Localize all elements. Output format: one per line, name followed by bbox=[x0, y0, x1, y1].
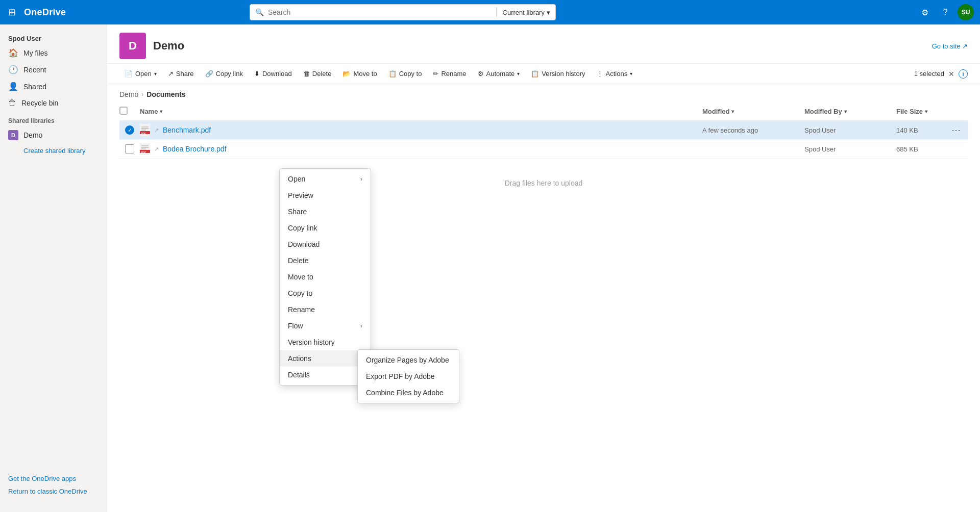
breadcrumb-parent[interactable]: Demo bbox=[119, 90, 138, 98]
selected-count: 1 selected bbox=[914, 70, 944, 78]
rename-button[interactable]: ✏ Rename bbox=[428, 67, 471, 81]
copy-to-button[interactable]: 📋 Copy to bbox=[383, 67, 427, 81]
automate-button[interactable]: ⚙ Automate ▾ bbox=[473, 67, 525, 81]
svg-text:PDF: PDF bbox=[141, 151, 146, 154]
breadcrumb: Demo › Documents bbox=[107, 84, 980, 103]
context-menu-item-version-history[interactable]: Version history bbox=[280, 334, 371, 350]
return-to-classic-link[interactable]: Return to classic OneDrive bbox=[0, 485, 107, 498]
version-history-label: Version history bbox=[542, 70, 585, 78]
context-menu-item-share[interactable]: Share bbox=[280, 203, 371, 220]
context-menu-item-flow[interactable]: Flow › bbox=[280, 318, 371, 334]
go-to-site-link[interactable]: Go to site ↗ bbox=[932, 42, 968, 50]
clear-selection-icon[interactable]: ✕ bbox=[948, 70, 954, 78]
shared-libraries-title: Shared libraries bbox=[0, 111, 107, 126]
checkbox-empty-icon bbox=[125, 144, 134, 153]
submenu-item-export-pdf[interactable]: Export PDF by Adobe bbox=[358, 368, 459, 385]
modified-by-column-header[interactable]: Modified By ▾ bbox=[804, 108, 896, 115]
waffle-icon[interactable]: ⊞ bbox=[6, 5, 18, 20]
file-name-bodea[interactable]: Bodea Brochure.pdf bbox=[163, 145, 227, 153]
actions-button[interactable]: ⋮ Actions ▾ bbox=[592, 67, 638, 81]
table-row[interactable]: PDF ↗ Bodea Brochure.pdf Spod User 685 K… bbox=[119, 140, 968, 159]
open-button[interactable]: 📄 Open ▾ bbox=[119, 67, 162, 81]
context-menu-item-copy-link[interactable]: Copy link bbox=[280, 220, 371, 236]
sidebar-item-label-shared: Shared bbox=[23, 83, 46, 91]
actions-label: Actions bbox=[606, 70, 628, 78]
help-icon[interactable]: ? bbox=[937, 4, 953, 20]
context-menu-item-copy-to[interactable]: Copy to bbox=[280, 285, 371, 301]
avatar[interactable]: SU bbox=[958, 4, 974, 20]
context-menu-item-rename[interactable]: Rename bbox=[280, 301, 371, 318]
name-col-sort: ▾ bbox=[160, 109, 162, 114]
search-icon: 🔍 bbox=[255, 8, 264, 16]
context-menu-copy-link-label: Copy link bbox=[288, 224, 317, 232]
share-button[interactable]: ↗ Share bbox=[163, 67, 199, 81]
modified-column-header[interactable]: Modified ▾ bbox=[702, 108, 804, 115]
copy-link-button[interactable]: 🔗 Copy link bbox=[200, 67, 248, 81]
version-history-icon: 📋 bbox=[531, 70, 539, 78]
get-onedrive-apps-link[interactable]: Get the OneDrive apps bbox=[0, 472, 107, 485]
submenu-organize-pages-label: Organize Pages by Adobe bbox=[366, 356, 449, 364]
settings-icon[interactable]: ⚙ bbox=[917, 4, 933, 20]
top-nav: ⊞ OneDrive 🔍 Current library ▾ ⚙ ? SU bbox=[0, 0, 980, 24]
delete-label: Delete bbox=[312, 70, 332, 78]
name-column-header[interactable]: Name ▾ bbox=[140, 108, 702, 115]
version-history-button[interactable]: 📋 Version history bbox=[526, 67, 590, 81]
file-checkbox-benchmark[interactable]: ✓ bbox=[119, 125, 140, 135]
automate-icon: ⚙ bbox=[478, 70, 484, 78]
svg-text:PDF: PDF bbox=[141, 132, 146, 135]
sidebar-item-recent[interactable]: 🕐 Recent bbox=[0, 61, 107, 78]
modified-col-sort: ▾ bbox=[731, 109, 734, 114]
download-icon: ⬇ bbox=[254, 70, 260, 78]
context-menu-share-label: Share bbox=[288, 208, 307, 216]
search-scope-selector[interactable]: Current library ▾ bbox=[503, 9, 550, 16]
file-checkbox-bodea[interactable] bbox=[119, 144, 140, 153]
submenu-export-pdf-label: Export PDF by Adobe bbox=[366, 372, 435, 380]
table-row[interactable]: ✓ PDF ↗ Benchmark.pdf bbox=[119, 121, 968, 140]
move-to-button[interactable]: 📂 Move to bbox=[337, 67, 382, 81]
pdf-icon-benchmark: PDF bbox=[140, 124, 150, 136]
file-modified-benchmark: A few seconds ago bbox=[702, 126, 804, 134]
context-menu-item-open[interactable]: Open › bbox=[280, 171, 371, 187]
actions-submenu: Organize Pages by Adobe Export PDF by Ad… bbox=[357, 349, 459, 403]
search-scope-chevron: ▾ bbox=[547, 9, 550, 16]
sidebar-item-label-demo: Demo bbox=[23, 131, 42, 139]
context-menu-item-move-to[interactable]: Move to bbox=[280, 269, 371, 285]
file-expand-icon: ↗ bbox=[154, 127, 159, 134]
submenu-combine-files-label: Combine Files by Adobe bbox=[366, 389, 444, 397]
name-col-label: Name bbox=[140, 108, 158, 115]
delete-icon: 🗑 bbox=[303, 70, 310, 78]
context-menu-details-label: Details bbox=[288, 371, 310, 379]
context-menu-item-delete[interactable]: Delete bbox=[280, 252, 371, 269]
file-modified-by-benchmark: Spod User bbox=[804, 126, 896, 134]
file-icon-header bbox=[119, 107, 128, 115]
rename-label: Rename bbox=[441, 70, 466, 78]
context-menu-download-label: Download bbox=[288, 240, 320, 248]
create-shared-library-link[interactable]: Create shared library bbox=[0, 144, 107, 158]
file-more-button-benchmark[interactable]: ⋯ bbox=[948, 123, 964, 137]
file-size-col-sort: ▾ bbox=[925, 109, 927, 114]
context-menu-item-preview[interactable]: Preview bbox=[280, 187, 371, 203]
actions-icon: ⋮ bbox=[597, 70, 603, 78]
sidebar: Spod User 🏠 My files 🕐 Recent 👤 Shared 🗑… bbox=[0, 24, 107, 512]
sidebar-item-demo[interactable]: D Demo bbox=[0, 126, 107, 144]
file-list-header: Name ▾ Modified ▾ Modified By ▾ File Siz… bbox=[119, 103, 968, 121]
download-button[interactable]: ⬇ Download bbox=[249, 67, 297, 81]
share-icon: ↗ bbox=[168, 70, 174, 78]
search-input[interactable] bbox=[268, 8, 490, 16]
download-label: Download bbox=[262, 70, 292, 78]
sidebar-item-shared[interactable]: 👤 Shared bbox=[0, 78, 107, 95]
sidebar-item-my-files[interactable]: 🏠 My files bbox=[0, 44, 107, 61]
recent-icon: 🕐 bbox=[8, 65, 18, 74]
file-modified-by-bodea: Spod User bbox=[804, 145, 896, 153]
context-menu-item-download[interactable]: Download bbox=[280, 236, 371, 252]
actions-chevron: ▾ bbox=[630, 71, 632, 76]
submenu-item-combine-files[interactable]: Combine Files by Adobe bbox=[358, 385, 459, 401]
submenu-item-organize-pages[interactable]: Organize Pages by Adobe bbox=[358, 352, 459, 368]
info-icon[interactable]: i bbox=[959, 69, 968, 79]
file-size-column-header[interactable]: File Size ▾ bbox=[896, 108, 968, 115]
sidebar-bottom: Get the OneDrive apps Return to classic … bbox=[0, 472, 107, 506]
main-content: D Demo Go to site ↗ 📄 Open ▾ ↗ Share 🔗 C… bbox=[107, 24, 980, 512]
sidebar-item-recycle-bin[interactable]: 🗑 Recycle bin bbox=[0, 95, 107, 111]
delete-button[interactable]: 🗑 Delete bbox=[298, 67, 337, 81]
file-name-benchmark[interactable]: Benchmark.pdf bbox=[163, 126, 211, 134]
